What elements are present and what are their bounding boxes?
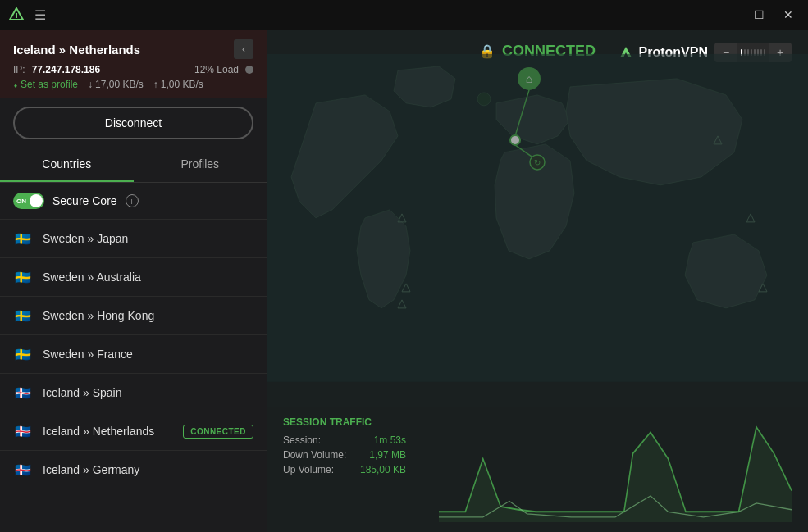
vpn-item-label: Sweden » France xyxy=(43,348,133,361)
window-controls: — ☐ ✕ xyxy=(716,2,801,28)
svg-text:↻: ↻ xyxy=(534,158,541,167)
vpn-item-label: Iceland » Spain xyxy=(43,386,122,399)
set-profile-link[interactable]: Set as profile xyxy=(13,79,78,90)
flag-icon: 🇮🇸 xyxy=(13,385,33,400)
list-item[interactable]: 🇮🇸Iceland » NetherlandsCONNECTED xyxy=(0,412,267,451)
flag-icon: 🇸🇪 xyxy=(13,231,33,246)
list-item[interactable]: 🇮🇸Iceland » Germany xyxy=(0,451,267,489)
session-info: Session Traffic Session: 1m 53s Down Vol… xyxy=(283,416,406,522)
connection-title: Iceland » Netherlands xyxy=(13,43,140,57)
connected-badge: CONNECTED xyxy=(183,425,253,439)
maximize-button[interactable]: ☐ xyxy=(746,2,772,28)
svg-text:⌂: ⌂ xyxy=(526,72,532,85)
vpn-item-label: Sweden » Australia xyxy=(43,271,141,284)
close-button[interactable]: ✕ xyxy=(775,2,801,28)
flag-icon: 🇸🇪 xyxy=(13,347,33,361)
left-panel: Iceland » Netherlands ‹ IP: 77.247.178.1… xyxy=(0,30,267,532)
secure-core-row: ON Secure Core i xyxy=(0,183,267,220)
vpn-item-label: Sweden » Hong Kong xyxy=(43,309,154,322)
session-value: 1m 53s xyxy=(374,434,406,446)
upload-speed: ↑ 1,00 KB/s xyxy=(153,79,203,90)
secure-core-label: Secure Core xyxy=(52,194,117,207)
vpn-item-label: Iceland » Netherlands xyxy=(43,425,154,438)
svg-marker-18 xyxy=(439,427,792,522)
speed-info: ↓ 17,00 KB/s ↑ 1,00 KB/s xyxy=(88,79,203,90)
app-logo xyxy=(7,5,26,25)
list-item[interactable]: 🇸🇪Sweden » Japan xyxy=(0,220,267,258)
download-speed: ↓ 17,00 KB/s xyxy=(88,79,144,90)
connection-info: Iceland » Netherlands ‹ IP: 77.247.178.1… xyxy=(0,30,267,98)
upload-value: 1,00 KB/s xyxy=(161,79,203,90)
minimize-button[interactable]: — xyxy=(716,2,742,28)
down-value: 1,97 MB xyxy=(369,449,406,461)
down-label: Down Volume: xyxy=(283,449,346,461)
session-row-time: Session: 1m 53s xyxy=(283,434,406,446)
tab-countries[interactable]: Countries xyxy=(0,148,134,182)
download-value: 17,00 KB/s xyxy=(95,79,144,90)
secure-core-toggle[interactable]: ON xyxy=(13,193,44,209)
load-dot xyxy=(245,66,253,74)
session-label: Session: xyxy=(283,434,321,446)
vpn-item-label: Iceland » Germany xyxy=(43,463,139,476)
flag-icon: 🇮🇸 xyxy=(13,424,33,439)
right-panel: 🔒 CONNECTED ProtonVPN − xyxy=(267,30,808,532)
titlebar-left: ☰ xyxy=(7,5,46,25)
ip-value: 77.247.178.186 xyxy=(32,64,100,75)
up-label: Up Volume: xyxy=(283,464,334,475)
list-item[interactable]: 🇸🇪Sweden » Hong Kong xyxy=(0,297,267,335)
download-icon: ↓ xyxy=(88,79,93,90)
toggle-label: ON xyxy=(16,198,26,205)
flag-icon: 🇸🇪 xyxy=(13,308,33,323)
traffic-chart xyxy=(439,416,792,522)
session-row-up: Up Volume: 185,00 KB xyxy=(283,464,406,475)
main-area: Iceland » Netherlands ‹ IP: 77.247.178.1… xyxy=(0,30,808,532)
chart-svg xyxy=(439,416,792,522)
tab-profiles[interactable]: Profiles xyxy=(134,148,267,182)
info-icon[interactable]: i xyxy=(126,194,139,207)
ip-row: IP: 77.247.178.186 12% Load xyxy=(13,64,253,75)
session-title: Session Traffic xyxy=(283,416,406,428)
load-label: 12% Load xyxy=(194,64,239,75)
session-row-down: Down Volume: 1,97 MB xyxy=(283,449,406,461)
svg-point-8 xyxy=(510,135,520,145)
session-area: Session Traffic Session: 1m 53s Down Vol… xyxy=(267,407,808,532)
list-item[interactable]: 🇸🇪Sweden » Australia xyxy=(0,258,267,297)
connection-header: Iceland » Netherlands ‹ xyxy=(13,39,253,59)
up-value: 185,00 KB xyxy=(360,464,406,475)
flag-icon: 🇮🇸 xyxy=(13,462,33,477)
vpn-list: 🇸🇪Sweden » Japan🇸🇪Sweden » Australia🇸🇪Sw… xyxy=(0,220,267,532)
profile-row: Set as profile ↓ 17,00 KB/s ↑ 1,00 KB/s xyxy=(13,79,253,90)
upload-icon: ↑ xyxy=(153,79,158,90)
list-item[interactable]: 🇮🇸Iceland » Spain xyxy=(0,374,267,412)
world-map: ⌂ ↻ xyxy=(267,30,808,407)
toggle-knob xyxy=(30,194,43,207)
titlebar: ☰ — ☐ ✕ xyxy=(0,0,808,30)
ip-label: IP: xyxy=(13,64,25,75)
list-item[interactable]: 🇸🇪Sweden » France xyxy=(0,335,267,374)
collapse-button[interactable]: ‹ xyxy=(234,39,253,59)
vpn-item-label: Sweden » Japan xyxy=(43,232,128,245)
svg-point-4 xyxy=(477,93,491,106)
menu-button[interactable]: ☰ xyxy=(34,7,46,23)
disconnect-button[interactable]: Disconnect xyxy=(13,107,253,139)
tab-bar: Countries Profiles xyxy=(0,148,267,183)
flag-icon: 🇸🇪 xyxy=(13,270,33,284)
